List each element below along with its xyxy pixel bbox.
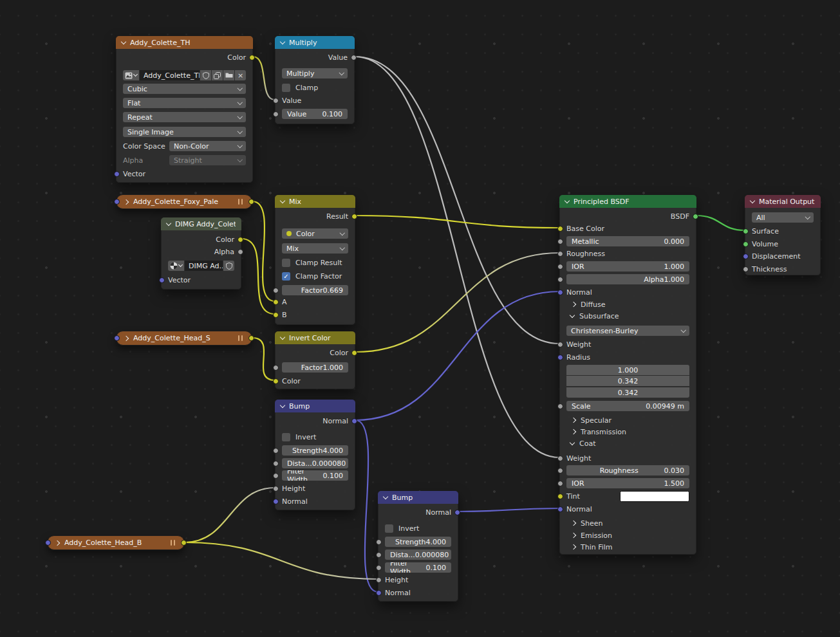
clamp-factor-checkbox[interactable]: ✓ [282, 272, 290, 281]
socket-color-output[interactable] [248, 335, 254, 341]
socket-surface-input[interactable] [743, 228, 749, 234]
distance-slider[interactable]: Dista...0.000080 [385, 549, 451, 560]
node-header[interactable]: DIMG Addy_Colette... [161, 217, 241, 230]
socket-strength-input[interactable] [376, 539, 382, 545]
image-browse-button[interactable] [123, 70, 139, 80]
socket-scale-input[interactable] [557, 403, 563, 409]
socket-vector-input[interactable] [114, 171, 120, 177]
expand-chevron-icon[interactable] [55, 540, 60, 545]
invert-checkbox[interactable] [385, 524, 393, 533]
collapse-chevron-icon[interactable] [565, 198, 570, 203]
copy-button[interactable] [212, 70, 223, 80]
node-texture-foxy-pale[interactable]: Addy_Colette_Foxy_Pale [116, 194, 252, 209]
coat-ior-slider[interactable]: IOR1.500 [566, 478, 689, 488]
node-mix[interactable]: Mix Result Color Mix Clamp Result ✓ Clam… [275, 195, 355, 325]
socket-normal-input[interactable] [376, 590, 382, 596]
socket-normal-output[interactable] [351, 418, 357, 424]
unlink-button[interactable]: × [235, 70, 246, 80]
socket-bsdf-output[interactable] [693, 214, 698, 219]
socket-alpha-input[interactable] [557, 277, 563, 282]
socket-color-output[interactable] [238, 237, 243, 243]
collapse-chevron-icon[interactable] [280, 402, 285, 407]
node-header[interactable]: Bump [275, 400, 355, 412]
socket-value1-input[interactable] [273, 98, 279, 104]
socket-a-input[interactable] [273, 299, 279, 305]
socket-normal-output[interactable] [454, 510, 460, 515]
clamp-result-checkbox[interactable] [282, 259, 290, 267]
socket-radius-input[interactable] [557, 355, 563, 360]
alpha-slider[interactable]: Alpha1.000 [566, 274, 689, 284]
socket-filter-width-input[interactable] [273, 473, 279, 479]
section-emission[interactable]: Emission [566, 530, 689, 540]
socket-normal-input[interactable] [557, 290, 563, 295]
socket-ior-input[interactable] [557, 264, 563, 270]
blend-mode-dropdown[interactable]: Mix [282, 243, 348, 254]
socket-distance-input[interactable] [376, 552, 382, 558]
socket-distance-input[interactable] [273, 461, 279, 466]
factor-slider[interactable]: Factor1.000 [282, 362, 348, 373]
node-image-texture-th[interactable]: Addy_Colette_TH Color Addy_Colette_TH × … [116, 36, 253, 183]
socket-height-input[interactable] [273, 486, 279, 492]
section-thin-film[interactable]: Thin Film [566, 542, 689, 552]
socket-base-color-input[interactable] [557, 226, 563, 232]
clamp-checkbox[interactable] [282, 84, 290, 92]
socket-metallic-input[interactable] [557, 239, 563, 245]
invert-checkbox[interactable] [282, 433, 290, 441]
socket-volume-input[interactable] [743, 241, 749, 247]
node-header[interactable]: Multiply [275, 36, 355, 49]
filter-width-slider[interactable]: Filter Width0.100 [282, 470, 348, 481]
strength-slider[interactable]: Strength4.000 [385, 537, 451, 547]
radius-y-field[interactable]: 0.342 [566, 376, 689, 386]
image-name-field[interactable]: Addy_Colette_TH [140, 70, 200, 80]
filter-width-slider[interactable]: Filter Width0.100 [385, 562, 451, 573]
node-header[interactable]: Bump [378, 491, 458, 504]
socket-coat-ior-input[interactable] [557, 481, 563, 486]
socket-color-output[interactable] [249, 55, 255, 60]
source-dropdown[interactable]: Single Image [123, 127, 246, 137]
collapse-chevron-icon[interactable] [121, 39, 126, 44]
socket-vector-input[interactable] [159, 277, 165, 283]
socket-b-input[interactable] [273, 312, 279, 318]
expand-chevron-icon[interactable] [124, 335, 129, 340]
metallic-slider[interactable]: Metallic0.000 [566, 236, 689, 246]
strength-slider[interactable]: Strength4.000 [282, 445, 348, 456]
socket-color-output[interactable] [351, 350, 357, 356]
section-sheen[interactable]: Sheen [566, 518, 689, 528]
socket-value-output[interactable] [351, 55, 357, 60]
value-slider[interactable]: Value0.100 [282, 109, 348, 119]
node-material-output[interactable]: Material Output All Surface Volume Displ… [745, 195, 821, 275]
socket-coat-roughness-input[interactable] [557, 468, 563, 474]
node-bump-2[interactable]: Bump Normal Invert Strength4.000 Dista..… [378, 491, 458, 602]
collapse-chevron-icon[interactable] [280, 198, 285, 203]
socket-color-input[interactable] [273, 378, 279, 384]
socket-result-output[interactable] [351, 214, 357, 219]
collapse-chevron-icon[interactable] [166, 220, 171, 225]
distance-slider[interactable]: Dista...0.000080 [282, 458, 348, 468]
target-dropdown[interactable]: All [752, 212, 814, 223]
projection-dropdown[interactable]: Flat [123, 98, 246, 108]
factor-slider[interactable]: Factor0.669 [282, 285, 348, 295]
operation-dropdown[interactable]: Multiply [282, 68, 348, 78]
radius-x-field[interactable]: 1.000 [566, 365, 689, 375]
color-space-dropdown[interactable]: Non-Color [169, 141, 246, 151]
socket-coat-normal-input[interactable] [557, 506, 563, 512]
data-type-dropdown[interactable]: Color [282, 228, 348, 239]
socket-factor-input[interactable] [273, 365, 279, 371]
socket-subsurface-weight-input[interactable] [557, 342, 563, 347]
socket-roughness-input[interactable] [557, 251, 563, 257]
socket-filter-width-input[interactable] [376, 565, 382, 571]
tint-color-swatch[interactable] [620, 491, 689, 502]
section-subsurface[interactable]: Subsurface [566, 311, 689, 321]
alpha-dropdown[interactable]: Straight [169, 155, 246, 165]
node-header[interactable]: Material Output [745, 195, 821, 208]
fake-user-button[interactable] [200, 70, 211, 80]
radius-z-field[interactable]: 0.342 [566, 387, 689, 398]
node-bump-1[interactable]: Bump Normal Invert Strength4.000 Dista..… [275, 400, 355, 510]
node-header[interactable]: Principled BSDF [559, 195, 696, 208]
fake-user-button[interactable] [223, 261, 234, 271]
socket-color-output[interactable] [181, 540, 187, 546]
node-texture-head-s[interactable]: Addy_Colette_Head_S [116, 331, 252, 346]
scale-slider[interactable]: Scale0.00949 m [566, 401, 689, 411]
socket-coat-tint-input[interactable] [557, 494, 563, 499]
image-name-field[interactable]: DIMG Ad... [185, 261, 223, 271]
